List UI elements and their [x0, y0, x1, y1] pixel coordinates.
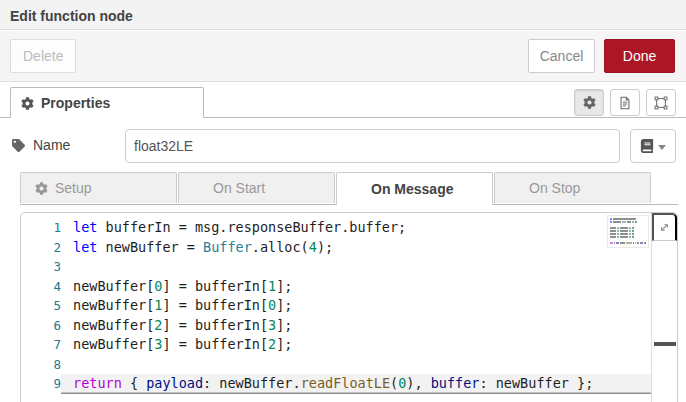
gear-icon [583, 96, 596, 109]
tab-label: On Message [371, 181, 453, 197]
dialog-title: Edit function node [0, 0, 686, 24]
delete-button[interactable]: Delete [10, 39, 76, 73]
code-text: let newBuffer = Buffer.alloc(4); [61, 238, 651, 258]
line-number: 7 [21, 335, 61, 355]
properties-tab-label: Properties [41, 95, 110, 111]
gear-icon [35, 182, 48, 195]
code-text: newBuffer[1] = bufferIn[0]; [61, 296, 651, 316]
minimap[interactable] [607, 215, 649, 248]
scrollbar-marker[interactable] [654, 342, 676, 346]
code-text: return { payload: newBuffer.readFloatLE(… [61, 374, 651, 394]
line-number: 6 [21, 316, 61, 336]
edit-function-node-dialog: Edit function node Delete Cancel Done Pr… [0, 0, 686, 402]
node-appearance-button[interactable] [646, 89, 676, 116]
line-number: 1 [21, 218, 61, 238]
name-row: Name [10, 129, 676, 163]
code-line: 9return { payload: newBuffer.readFloatLE… [21, 374, 651, 394]
library-button[interactable] [630, 129, 676, 163]
book-icon [640, 139, 654, 153]
code-line: 6newBuffer[2] = bufferIn[3]; [21, 316, 651, 336]
name-input[interactable] [125, 129, 620, 163]
line-number: 4 [21, 277, 61, 297]
code-line: 5newBuffer[1] = bufferIn[0]; [21, 296, 651, 316]
tag-icon [12, 139, 25, 152]
line-number: 3 [21, 257, 61, 277]
tab-setup[interactable]: Setup [20, 172, 177, 203]
line-number: 9 [21, 374, 61, 394]
editor-scrollbar-rail[interactable] [651, 213, 677, 402]
properties-bar: Properties [0, 82, 686, 118]
code-text [61, 355, 651, 375]
code-line: 2let newBuffer = Buffer.alloc(4); [21, 238, 651, 258]
tab-label: On Start [213, 180, 265, 196]
code-line: 4newBuffer[0] = bufferIn[1]; [21, 277, 651, 297]
code-text [61, 257, 651, 277]
expand-icon [658, 221, 671, 234]
frame-icon [654, 96, 668, 110]
code-editor[interactable]: 1let bufferIn = msg.responseBuffer.buffe… [20, 212, 678, 402]
properties-toolbar-buttons [574, 89, 676, 116]
code-lines[interactable]: 1let bufferIn = msg.responseBuffer.buffe… [21, 213, 651, 402]
done-button[interactable]: Done [604, 39, 675, 73]
node-description-button[interactable] [610, 89, 640, 116]
dialog-header: Edit function node [0, 0, 686, 30]
code-line: 8 [21, 355, 651, 375]
tab-label: Setup [55, 180, 92, 196]
tab-label: On Stop [529, 180, 580, 196]
line-number: 2 [21, 238, 61, 258]
name-label-group: Name [12, 137, 70, 153]
document-icon [618, 96, 632, 110]
tab-on-start[interactable]: On Start [178, 172, 335, 203]
gear-icon [21, 97, 34, 110]
code-text: newBuffer[0] = bufferIn[1]; [61, 277, 651, 297]
chevron-down-icon [658, 145, 666, 150]
line-number: 5 [21, 296, 61, 316]
tab-on-stop[interactable]: On Stop [494, 172, 651, 203]
code-line: 7newBuffer[3] = bufferIn[2]; [21, 335, 651, 355]
code-text: newBuffer[3] = bufferIn[2]; [61, 335, 651, 355]
tab-on-message[interactable]: On Message [336, 172, 493, 205]
code-text: newBuffer[2] = bufferIn[3]; [61, 316, 651, 336]
expand-editor-button[interactable] [652, 213, 677, 241]
editor-tabs: SetupOn StartOn MessageOn Stop [20, 172, 678, 205]
code-text: let bufferIn = msg.responseBuffer.buffer… [61, 218, 651, 238]
code-line: 1let bufferIn = msg.responseBuffer.buffe… [21, 218, 651, 238]
node-settings-button[interactable] [574, 89, 604, 116]
tray-toolbar: Delete Cancel Done [0, 31, 686, 82]
line-number: 8 [21, 355, 61, 375]
tab-properties[interactable]: Properties [10, 87, 204, 118]
cancel-button[interactable]: Cancel [528, 39, 595, 73]
name-label: Name [33, 137, 70, 153]
code-line: 3 [21, 257, 651, 277]
